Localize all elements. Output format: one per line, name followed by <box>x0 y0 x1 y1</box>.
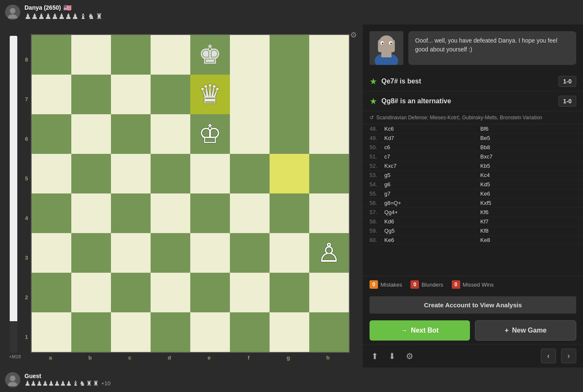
table-row[interactable]: 48. Kc6 Bf6 <box>363 124 583 134</box>
move-black[interactable]: Bb8 <box>480 144 577 150</box>
square-a1[interactable] <box>32 312 71 352</box>
square-g2[interactable] <box>270 273 309 312</box>
square-h4[interactable] <box>309 193 349 233</box>
move-white[interactable]: Kxc7 <box>384 163 480 169</box>
table-row[interactable]: 53. g5 Kc4 <box>363 171 583 180</box>
square-g4[interactable] <box>270 193 309 233</box>
move-black[interactable]: Ke6 <box>480 191 577 197</box>
square-d6[interactable] <box>151 114 190 154</box>
next-move-button[interactable]: › <box>561 349 576 363</box>
move-black[interactable]: Bxc7 <box>480 153 577 160</box>
square-f8[interactable] <box>230 35 270 75</box>
move-black[interactable]: Kf8 <box>480 228 577 234</box>
square-d3[interactable] <box>151 233 190 273</box>
move-black[interactable]: Bf6 <box>480 126 577 132</box>
square-c2[interactable] <box>111 273 151 312</box>
square-e7[interactable]: ♛ <box>190 75 230 114</box>
move-black[interactable]: Kxf5 <box>480 200 577 206</box>
square-b1[interactable] <box>71 312 111 352</box>
move-list[interactable]: 48. Kc6 Bf6 49. Kd7 Be5 50. c6 Bb8 51. c… <box>363 124 583 276</box>
square-d1[interactable] <box>151 312 190 352</box>
square-h5[interactable] <box>309 154 349 193</box>
table-row[interactable]: 59. Qg5 Kf8 <box>363 226 583 236</box>
square-c8[interactable] <box>111 35 151 75</box>
move-black[interactable]: Kd5 <box>480 181 577 188</box>
square-c5[interactable] <box>111 154 151 193</box>
square-g1[interactable] <box>270 312 309 352</box>
square-f5[interactable] <box>230 154 270 193</box>
suggestion-2[interactable]: ★ Qg8# is an alternative 1-0 <box>363 91 583 111</box>
square-e2[interactable] <box>190 273 230 312</box>
square-h2[interactable] <box>309 273 349 312</box>
chess-board[interactable]: ♚ ♛ <box>31 34 350 353</box>
move-white[interactable]: Kc6 <box>384 126 480 132</box>
square-h8[interactable] <box>309 35 349 75</box>
square-a4[interactable] <box>32 193 71 233</box>
square-e4[interactable] <box>190 193 230 233</box>
analysis-button[interactable]: Create Account to View Analysis <box>370 296 576 314</box>
move-white[interactable]: g5 <box>384 172 480 178</box>
square-h1[interactable] <box>309 312 349 352</box>
table-row[interactable]: 49. Kd7 Be5 <box>363 134 583 143</box>
square-b5[interactable] <box>71 154 111 193</box>
share-icon[interactable]: ⬆ <box>370 349 380 363</box>
square-g8[interactable] <box>270 35 309 75</box>
square-b4[interactable] <box>71 193 111 233</box>
square-g3[interactable] <box>270 233 309 273</box>
square-h6[interactable] <box>309 114 349 154</box>
move-white[interactable]: Kd7 <box>384 135 480 141</box>
table-row[interactable]: 60. Ke6 Ke8 <box>363 236 583 245</box>
square-d4[interactable] <box>151 193 190 233</box>
square-f3[interactable] <box>230 233 270 273</box>
table-row[interactable]: 55. g7 Ke6 <box>363 189 583 199</box>
square-f6[interactable] <box>230 114 270 154</box>
square-b8[interactable] <box>71 35 111 75</box>
square-c3[interactable] <box>111 233 151 273</box>
move-black[interactable]: Ke8 <box>480 237 577 243</box>
new-game-button[interactable]: + New Game <box>475 320 576 341</box>
move-white[interactable]: g8=Q+ <box>384 200 480 206</box>
move-white[interactable]: g7 <box>384 191 480 197</box>
square-b7[interactable] <box>71 75 111 114</box>
square-a3[interactable] <box>32 233 71 273</box>
table-row[interactable]: 57. Qg4+ Kf6 <box>363 208 583 217</box>
move-white[interactable]: Qg5 <box>384 228 480 234</box>
table-row[interactable]: 52. Kxc7 Kb5 <box>363 161 583 171</box>
table-row[interactable]: 51. c7 Bxc7 <box>363 152 583 161</box>
download-icon[interactable]: ⬇ <box>387 349 397 363</box>
square-e5[interactable] <box>190 154 230 193</box>
settings-icon[interactable]: ⚙ <box>350 30 357 40</box>
square-e1[interactable] <box>190 312 230 352</box>
move-white[interactable]: Kd6 <box>384 218 480 225</box>
prev-move-button[interactable]: ‹ <box>541 349 556 363</box>
move-black[interactable]: Kf6 <box>480 209 577 215</box>
move-black[interactable]: Kf7 <box>480 218 577 225</box>
square-b6[interactable] <box>71 114 111 154</box>
next-bot-button[interactable]: → Next Bot <box>370 320 470 341</box>
square-a5[interactable] <box>32 154 71 193</box>
square-a2[interactable] <box>32 273 71 312</box>
square-f1[interactable] <box>230 312 270 352</box>
table-row[interactable]: 58. Kd6 Kf7 <box>363 217 583 226</box>
move-black[interactable]: Kb5 <box>480 163 577 169</box>
square-g7[interactable] <box>270 75 309 114</box>
table-row[interactable]: 54. g6 Kd5 <box>363 180 583 189</box>
square-d5[interactable] <box>151 154 190 193</box>
square-a6[interactable] <box>32 114 71 154</box>
square-e8[interactable]: ♚ <box>190 35 230 75</box>
square-g5[interactable] <box>270 154 309 193</box>
square-a7[interactable] <box>32 75 71 114</box>
move-black[interactable]: Kc4 <box>480 172 577 178</box>
table-row[interactable]: 50. c6 Bb8 <box>363 143 583 152</box>
square-e3[interactable] <box>190 233 230 273</box>
square-h7[interactable] <box>309 75 349 114</box>
square-g6[interactable] <box>270 114 309 154</box>
square-f4[interactable] <box>230 193 270 233</box>
move-white[interactable]: Qg4+ <box>384 209 480 215</box>
move-white[interactable]: g6 <box>384 181 480 188</box>
table-row[interactable]: 56. g8=Q+ Kxf5 <box>363 199 583 208</box>
square-d2[interactable] <box>151 273 190 312</box>
square-b2[interactable] <box>71 273 111 312</box>
square-d8[interactable] <box>151 35 190 75</box>
square-c1[interactable] <box>111 312 151 352</box>
